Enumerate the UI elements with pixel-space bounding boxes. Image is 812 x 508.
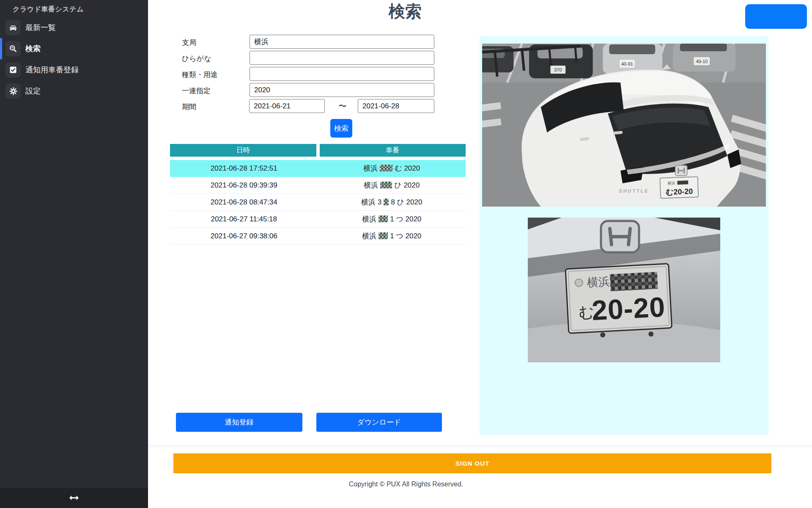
row-datetime: 2021-06-27 11:45:18 [170, 215, 318, 224]
table-row[interactable]: 2021-06-27 09:38:06 横浜1 つ 2020 [170, 228, 466, 245]
table-row[interactable]: 2021-06-28 09:39:39 横浜ひ 2020 [170, 177, 466, 194]
field-label-serial: 一連指定 [182, 86, 211, 96]
results-table: 日時 車番 2021-06-28 17:52:51 横浜む 2020 2021-… [170, 144, 466, 245]
search-icon [5, 41, 21, 56]
results-table-header: 日時 車番 [170, 144, 466, 157]
svg-text:横浜: 横浜 [667, 181, 675, 185]
double-arrow-icon [69, 495, 79, 501]
sidebar-item-label: 通知用車番登録 [25, 59, 79, 80]
row-datetime: 2021-06-27 09:38:06 [170, 232, 318, 240]
plate-mask [379, 232, 388, 239]
plate-mask [380, 165, 392, 171]
honda-logo [675, 166, 687, 176]
plate-mask [379, 215, 388, 222]
app-root: クラウド車番システム 最新一覧 検索 通知用車番登録 設定 [0, 0, 812, 508]
row-plate: 横浜 38 ひ 2020 [318, 197, 466, 207]
car-photo: 370 40-91 49-10 [482, 44, 766, 207]
background-car-3: 40-91 [603, 44, 662, 74]
field-label-branch: 支局 [182, 38, 196, 47]
page-title: 検索 [389, 0, 422, 23]
svg-text:40-91: 40-91 [621, 61, 633, 66]
svg-text:49-10: 49-10 [696, 59, 708, 64]
results-rows: 2021-06-28 17:52:51 横浜む 2020 2021-06-28 … [170, 160, 466, 245]
sidebar-item-plate-registration[interactable]: 通知用車番登録 [0, 59, 148, 80]
period-from-input[interactable] [249, 99, 325, 113]
field-label-hiragana: ひらがな [182, 54, 211, 64]
row-plate: 横浜ひ 2020 [318, 180, 466, 190]
sidebar-item-latest-list[interactable]: 最新一覧 [0, 17, 148, 38]
field-label-type-use: 種類・用途 [182, 70, 218, 80]
type-use-input[interactable] [250, 67, 434, 81]
plate-mask [380, 182, 392, 188]
svg-text:む20-20: む20-20 [666, 187, 693, 196]
hiragana-input[interactable] [250, 51, 434, 65]
model-badge: SHUTTLE [619, 188, 649, 193]
background-car-4: 49-10 [673, 44, 736, 72]
row-plate: 横浜1 つ 2020 [318, 214, 466, 224]
gear-icon [5, 83, 21, 99]
image-panel: 370 40-91 49-10 [480, 36, 768, 435]
notify-register-button[interactable]: 通知登録 [176, 413, 302, 432]
sidebar: クラウド車番システム 最新一覧 検索 通知用車番登録 設定 [0, 0, 148, 508]
svg-text:横浜: 横浜 [587, 275, 610, 289]
plate-mask [384, 199, 389, 205]
svg-text:20-20: 20-20 [591, 291, 666, 326]
row-datetime: 2021-06-28 08:47:34 [170, 198, 318, 207]
content-divider [148, 446, 812, 446]
period-to-input[interactable] [358, 99, 434, 113]
column-header-datetime: 日時 [170, 144, 316, 157]
row-datetime: 2021-06-28 09:39:39 [170, 181, 318, 190]
table-row[interactable]: 2021-06-28 17:52:51 横浜む 2020 [170, 160, 466, 177]
sign-out-button[interactable]: SIGN OUT [173, 453, 771, 473]
period-separator: 〜 [336, 101, 349, 112]
car-plate: 横浜 む20-20 [660, 177, 698, 198]
sidebar-item-search[interactable]: 検索 [0, 38, 148, 59]
app-title: クラウド車番システム [13, 5, 84, 14]
row-plate: 横浜む 2020 [318, 163, 466, 173]
column-header-plate: 車番 [320, 144, 466, 157]
header-action-button[interactable] [745, 4, 807, 29]
sidebar-item-label: 最新一覧 [25, 17, 56, 38]
branch-input[interactable] [250, 35, 434, 49]
download-button[interactable]: ダウンロード [316, 413, 442, 432]
copyright-text: Copyright © PUX All Rights Reserved. [349, 480, 464, 488]
table-row[interactable]: 2021-06-27 11:45:18 横浜1 つ 2020 [170, 211, 466, 228]
field-label-period: 期間 [182, 102, 196, 112]
row-plate: 横浜1 つ 2020 [318, 231, 466, 241]
row-datetime: 2021-06-28 17:52:51 [170, 164, 318, 173]
sidebar-item-label: 設定 [25, 80, 41, 102]
table-row[interactable]: 2021-06-28 08:47:34 横浜 38 ひ 2020 [170, 194, 466, 211]
checkbox-icon [5, 62, 21, 77]
search-submit-button[interactable]: 検索 [330, 119, 352, 138]
car-icon [5, 20, 21, 35]
plate-closeup: 横浜 む 20-20 [565, 264, 672, 341]
sidebar-collapse-toggle[interactable] [0, 488, 148, 508]
svg-text:370: 370 [554, 67, 562, 72]
honda-logo [601, 221, 639, 252]
serial-input[interactable] [250, 83, 434, 97]
sidebar-item-label: 検索 [25, 38, 41, 59]
plate-photo: 横浜 む 20-20 [528, 218, 720, 362]
sidebar-item-settings[interactable]: 設定 [0, 80, 148, 102]
